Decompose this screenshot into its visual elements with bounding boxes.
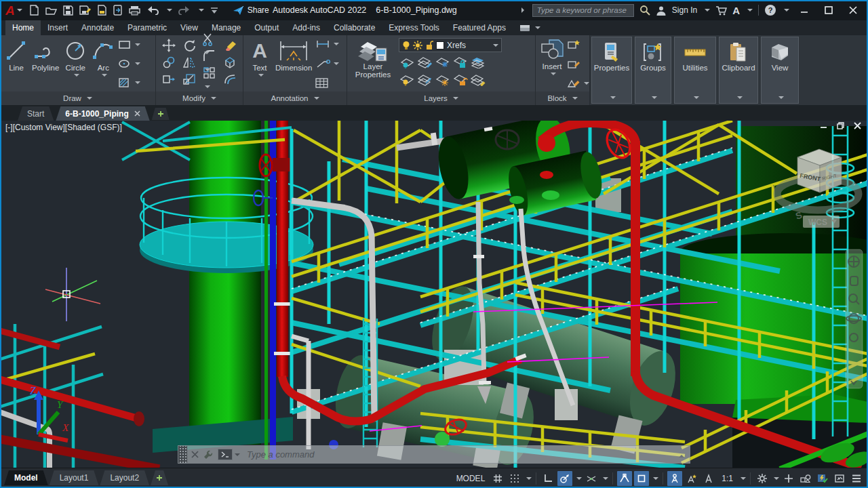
copy-button[interactable] — [162, 56, 176, 69]
save-button[interactable] — [63, 5, 73, 16]
open-file-button[interactable] — [45, 5, 57, 16]
command-expand-icon[interactable] — [679, 452, 684, 458]
panel-layers-footer[interactable]: Layers — [347, 92, 535, 105]
command-line[interactable]: Type a command — [178, 445, 690, 464]
plot-sheet-button[interactable] — [97, 5, 107, 16]
sign-in-label[interactable]: Sign In — [672, 5, 697, 15]
tab-express-tools[interactable]: Express Tools — [382, 20, 446, 35]
line-button[interactable]: Line — [3, 38, 30, 73]
edit-block-button[interactable] — [567, 59, 589, 69]
undo-caret-icon[interactable] — [167, 9, 172, 14]
tab-featured-apps[interactable]: Featured Apps — [446, 20, 513, 35]
mirror-button[interactable] — [182, 56, 196, 69]
tab-collaborate[interactable]: Collaborate — [327, 20, 382, 35]
layer-walk-button[interactable] — [418, 74, 433, 86]
layer-unlock-all-button[interactable] — [453, 74, 468, 86]
panel-utilities[interactable]: Utilities — [674, 37, 716, 104]
command-close-icon[interactable] — [191, 451, 199, 458]
new-layout-button[interactable] — [151, 470, 168, 485]
stretch-button[interactable] — [162, 73, 176, 86]
search-expand-icon[interactable] — [521, 7, 527, 13]
layer-freeze-button[interactable] — [435, 56, 450, 68]
viewport-restore-icon[interactable] — [837, 122, 844, 129]
layer-isolate-button[interactable] — [400, 56, 415, 68]
tab-view[interactable]: View — [174, 20, 205, 35]
navigation-bar[interactable] — [846, 249, 863, 388]
search-icon[interactable] — [639, 5, 650, 16]
file-tab-start[interactable]: Start — [18, 106, 54, 121]
autodesk-a-icon[interactable]: A — [732, 5, 740, 16]
viewport-minimize-icon[interactable] — [820, 122, 827, 129]
create-block-button[interactable] — [567, 39, 589, 49]
annotation-visibility-button[interactable] — [667, 471, 682, 486]
close-button[interactable] — [844, 3, 863, 18]
customization-menu-button[interactable] — [849, 471, 864, 486]
grid-display-button[interactable] — [490, 471, 505, 486]
layer-off-button[interactable] — [400, 74, 415, 86]
panel-annotation-footer[interactable]: Annotation — [243, 92, 347, 105]
help-icon[interactable]: ? — [764, 4, 776, 16]
command-prompt-icon[interactable] — [218, 449, 233, 460]
isodraft-caret-icon[interactable] — [603, 477, 608, 483]
maximize-button[interactable] — [819, 3, 838, 18]
print-button[interactable] — [129, 5, 140, 16]
save-as-button[interactable] — [79, 5, 91, 16]
annotation-autoscale-button[interactable] — [684, 471, 699, 486]
hatch-button[interactable] — [118, 77, 140, 88]
panel-block-footer[interactable]: Block — [536, 92, 589, 105]
crosshair-plus-button[interactable] — [781, 471, 796, 486]
tab-insert[interactable]: Insert — [41, 20, 75, 35]
app-menu-caret-icon[interactable] — [17, 9, 22, 14]
user-icon[interactable] — [656, 5, 667, 16]
ellipse-button[interactable] — [118, 58, 140, 69]
new-drawing-tab-button[interactable] — [152, 108, 170, 120]
panel-clipboard[interactable]: Clipboard — [719, 37, 758, 104]
rectangle-button[interactable] — [118, 39, 140, 50]
annotation-scale-icon-button[interactable] — [701, 471, 716, 486]
workspace-caret-icon[interactable] — [774, 477, 779, 483]
layer-select-combo[interactable]: Xrefs — [399, 38, 502, 52]
autodesk-caret-icon[interactable] — [747, 9, 753, 14]
file-tab-close-icon[interactable] — [134, 110, 140, 117]
arc-button[interactable]: Arc — [90, 38, 117, 79]
clean-screen-button[interactable] — [832, 471, 847, 486]
panel-draw-footer[interactable]: Draw — [0, 92, 155, 105]
command-line-drag-handle[interactable] — [178, 446, 187, 463]
ribbon-display-toggle[interactable] — [519, 20, 540, 35]
panel-modify-footer[interactable]: Modify — [156, 92, 243, 105]
panel-view[interactable]: View — [761, 37, 799, 104]
layer-lock-button[interactable] — [453, 56, 468, 68]
insert-button[interactable]: Insert — [538, 38, 566, 77]
command-input[interactable]: Type a command — [247, 449, 679, 460]
explode-button[interactable] — [223, 56, 237, 69]
polyline-button[interactable]: Polyline — [30, 38, 61, 73]
move-button[interactable] — [162, 39, 176, 52]
viewport-controls-label[interactable]: [-][Custom View][Shaded (GSF)] — [5, 123, 122, 132]
object-snap-button[interactable] — [634, 471, 649, 486]
tab-output[interactable]: Output — [248, 20, 285, 35]
isodraft-button[interactable] — [584, 471, 599, 486]
isolate-objects-button[interactable] — [798, 471, 813, 486]
tab-addins[interactable]: Add-ins — [285, 20, 327, 35]
tab-model[interactable]: Model — [4, 470, 48, 485]
file-tab-active[interactable]: 6-B-1000_Piping — [56, 106, 149, 121]
layer-merge-button[interactable] — [471, 74, 486, 86]
wcs-dropdown[interactable]: WCS — [803, 216, 840, 228]
command-recent-caret-icon[interactable] — [235, 453, 240, 459]
help-caret-icon[interactable] — [784, 9, 789, 14]
ortho-mode-button[interactable] — [540, 471, 555, 486]
sign-in-caret-icon[interactable] — [705, 9, 710, 14]
text-button[interactable]: A Text — [246, 38, 273, 79]
graphics-performance-button[interactable] — [815, 471, 830, 486]
drawing-canvas[interactable]: S W FRONT RIGHT WCS — [0, 121, 868, 468]
layer-properties-button[interactable]: Layer Properties — [350, 38, 396, 79]
scale-button[interactable] — [182, 73, 196, 86]
app-store-cart-icon[interactable] — [715, 5, 727, 16]
polar-caret-icon[interactable] — [576, 477, 582, 483]
erase-button[interactable] — [223, 39, 237, 52]
command-wrench-icon[interactable] — [203, 449, 214, 460]
workspace-gear-button[interactable] — [755, 471, 770, 486]
tab-home[interactable]: Home — [5, 20, 41, 35]
search-input[interactable] — [532, 4, 634, 17]
table-button[interactable] — [315, 78, 339, 88]
